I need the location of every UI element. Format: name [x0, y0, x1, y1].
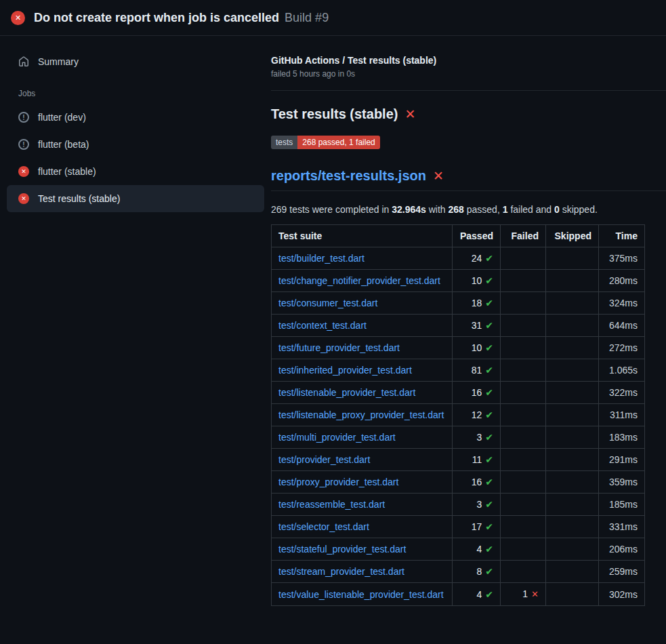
failed-cell — [501, 471, 546, 494]
check-icon: ✔ — [485, 566, 493, 577]
passed-cell: 3✔ — [453, 426, 501, 449]
check-icon: ✔ — [485, 589, 493, 600]
failed-cell — [501, 494, 546, 516]
passed-cell: 31✔ — [453, 315, 501, 337]
test-suite-link[interactable]: test/listenable_provider_test.dart — [278, 387, 415, 398]
check-icon: ✔ — [485, 432, 493, 443]
test-suite-cell: test/stream_provider_test.dart — [272, 561, 453, 583]
test-suite-cell: test/proxy_provider_test.dart — [272, 471, 453, 494]
table-row: test/stream_provider_test.dart8✔259ms — [272, 561, 645, 583]
passed-count: 16 — [472, 477, 482, 487]
passed-count: 3 — [476, 499, 482, 510]
sidebar-item-job-1[interactable]: !flutter (beta) — [7, 131, 264, 158]
passed-count: 16 — [472, 387, 482, 398]
check-icon: ✔ — [485, 365, 493, 376]
table-row: test/consumer_test.dart18✔324ms — [272, 292, 645, 315]
test-suite-link[interactable]: test/value_listenable_provider_test.dart — [278, 589, 444, 600]
check-icon: ✔ — [485, 454, 493, 465]
report-file-link[interactable]: reports/test-results.json — [271, 168, 426, 184]
check-icon: ✔ — [485, 544, 493, 555]
table-row: test/multi_provider_test.dart3✔183ms — [272, 426, 645, 449]
summary-passed-count: 268 — [449, 204, 464, 215]
test-suite-link[interactable]: test/builder_test.dart — [278, 253, 365, 264]
table-row: test/provider_test.dart11✔291ms — [272, 449, 645, 471]
test-suite-link[interactable]: test/consumer_test.dart — [278, 298, 377, 308]
skipped-cell — [546, 426, 599, 449]
failed-cell — [501, 315, 546, 337]
test-suite-link[interactable]: test/provider_test.dart — [278, 454, 370, 465]
test-suite-link[interactable]: test/selector_test.dart — [278, 521, 369, 532]
test-suite-cell: test/inherited_provider_test.dart — [272, 359, 453, 382]
test-suite-link[interactable]: test/context_test.dart — [278, 320, 367, 331]
passed-cell: 12✔ — [453, 404, 501, 426]
failed-cell — [501, 538, 546, 561]
table-row: test/reassemble_test.dart3✔185ms — [272, 494, 645, 516]
jobs-heading: Jobs — [0, 75, 271, 104]
sidebar-summary-label: Summary — [38, 56, 79, 67]
passed-count: 81 — [472, 365, 482, 376]
failed-cell — [501, 561, 546, 583]
sidebar-item-job-3[interactable]: ✕Test results (stable) — [7, 185, 264, 212]
table-row: test/change_notifier_provider_test.dart1… — [272, 270, 645, 292]
passed-count: 31 — [472, 320, 482, 331]
section-title-row: Test results (stable) ✕ — [271, 106, 666, 122]
failed-cell — [501, 382, 546, 404]
tests-badge: tests 268 passed, 1 failed — [271, 136, 380, 149]
failed-cell: 1✕ — [501, 583, 546, 606]
check-icon: ✔ — [485, 409, 493, 420]
test-suite-link[interactable]: test/future_provider_test.dart — [278, 342, 400, 353]
test-suite-link[interactable]: test/stream_provider_test.dart — [278, 566, 404, 577]
skipped-cell — [546, 516, 599, 538]
test-suite-cell: test/stateful_provider_test.dart — [272, 538, 453, 561]
check-icon: ✔ — [485, 320, 493, 331]
column-header-skipped: Skipped — [546, 225, 599, 247]
test-suite-cell: test/provider_test.dart — [272, 449, 453, 471]
passed-cell: 10✔ — [453, 270, 501, 292]
summary-skipped-count: 0 — [554, 204, 560, 215]
test-suite-link[interactable]: test/listenable_proxy_provider_test.dart — [278, 409, 444, 420]
skipped-cell — [546, 583, 599, 606]
table-row: test/stateful_provider_test.dart4✔206ms — [272, 538, 645, 561]
time-cell: 1.065s — [599, 359, 645, 382]
failed-cell — [501, 516, 546, 538]
passed-cell: 16✔ — [453, 471, 501, 494]
divider — [271, 90, 666, 91]
home-icon — [18, 56, 29, 67]
sidebar-item-summary[interactable]: Summary — [7, 48, 264, 75]
skipped-cell — [546, 538, 599, 561]
check-icon: ✔ — [485, 477, 493, 487]
job-label: Test results (stable) — [38, 193, 120, 204]
failed-x-icon: ✕ — [404, 108, 415, 121]
failed-x-icon: ✕ — [433, 169, 444, 182]
passed-cell: 3✔ — [453, 494, 501, 516]
test-suite-link[interactable]: test/change_notifier_provider_test.dart — [278, 275, 440, 286]
test-suite-link[interactable]: test/reassemble_test.dart — [278, 499, 385, 510]
test-suite-link[interactable]: test/proxy_provider_test.dart — [278, 477, 398, 487]
check-icon: ✔ — [485, 499, 493, 510]
skipped-cell — [546, 270, 599, 292]
section-title: Test results (stable) — [271, 106, 398, 122]
test-suite-cell: test/change_notifier_provider_test.dart — [272, 270, 453, 292]
job-label: flutter (dev) — [38, 112, 86, 123]
column-header-time: Time — [599, 225, 645, 247]
time-cell: 185ms — [599, 494, 645, 516]
test-suite-link[interactable]: test/multi_provider_test.dart — [278, 432, 396, 443]
test-suite-link[interactable]: test/inherited_provider_test.dart — [278, 365, 412, 376]
failed-cell — [501, 404, 546, 426]
sidebar-item-job-0[interactable]: !flutter (dev) — [7, 104, 264, 131]
passed-count: 10 — [472, 342, 482, 353]
sidebar-item-job-2[interactable]: ✕flutter (stable) — [7, 158, 264, 185]
failed-cell — [501, 449, 546, 471]
summary-duration: 32.964s — [392, 204, 426, 215]
skipped-cell — [546, 404, 599, 426]
test-suite-link[interactable]: test/stateful_provider_test.dart — [278, 544, 406, 555]
alert-circle-icon: ! — [18, 139, 29, 150]
x-circle-icon: ✕ — [18, 166, 29, 177]
test-suite-cell: test/consumer_test.dart — [272, 292, 453, 315]
column-header-passed: Passed — [453, 225, 501, 247]
passed-cell: 10✔ — [453, 337, 501, 359]
report-heading-wrap: reports/test-results.json ✕ — [271, 168, 666, 191]
table-row: test/selector_test.dart17✔331ms — [272, 516, 645, 538]
failed-cell — [501, 270, 546, 292]
passed-count: 3 — [476, 432, 482, 443]
